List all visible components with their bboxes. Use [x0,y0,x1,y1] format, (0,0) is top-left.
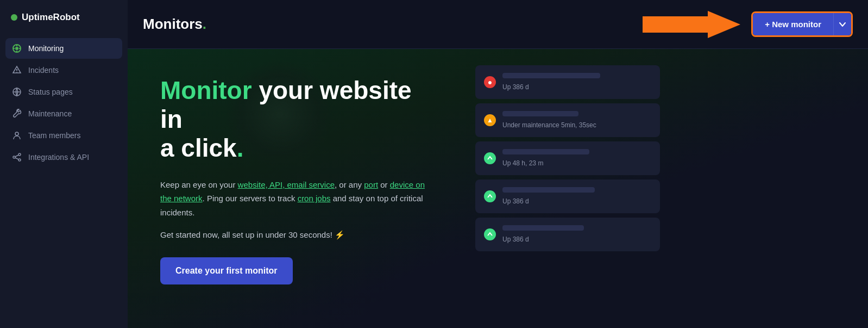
logo-text: UptimeRobot [22,12,80,23]
monitors-preview-panel: ● Up 386 d ▲ Under maintenance 5min, 35s… [464,49,671,328]
status-indicator-up-partial [484,152,496,164]
monitor-info: Under maintenance 5min, 35sec [502,111,651,129]
maintenance-icon [12,109,22,119]
svg-point-11 [13,156,15,158]
sidebar-nav: Monitoring Incidents Status [0,38,128,168]
sidebar-item-status-pages-label: Status pages [28,88,73,96]
monitor-bar [502,187,595,193]
monitor-info: Up 48 h, 23 m [502,149,651,168]
sidebar-item-maintenance[interactable]: Maintenance [5,103,122,124]
port-link[interactable]: port [364,180,378,189]
status-indicator-up [484,190,496,202]
monitor-bar [502,225,584,231]
monitor-info: Up 386 d [502,225,651,244]
monitor-item: ● Up 386 d [475,65,660,99]
team-members-icon [12,131,22,140]
integrations-icon [12,152,22,162]
monitor-status-text: Up 386 d [502,83,529,91]
header-right: + New monitor [643,8,853,41]
orange-arrow-icon [643,8,740,41]
monitor-status-text: Up 386 d [502,197,529,205]
monitor-bar [502,111,578,116]
sidebar: UptimeRobot Monitoring [0,0,128,328]
monitor-status-text: Up 386 d [502,236,529,243]
monitor-item: ▲ Under maintenance 5min, 35sec [475,103,660,137]
header: Monitors. + New monitor [128,0,868,49]
incidents-icon [12,65,22,75]
website-api-link[interactable]: website, API, email service [238,180,335,189]
svg-point-1 [15,47,18,50]
main-content: Monitors. + New monitor [128,0,868,328]
monitor-item: Up 386 d [475,180,660,213]
svg-marker-16 [643,11,740,38]
monitoring-icon [12,44,22,53]
chevron-down-icon [839,22,846,27]
status-indicator-maintenance: ▲ [484,114,496,126]
hero-get-started: Get started now, all set up in under 30 … [160,230,432,240]
status-indicator-up [484,228,496,240]
new-monitor-button[interactable]: + New monitor [753,13,833,35]
chevron-up-icon [487,193,493,200]
monitor-bar [502,73,600,78]
svg-point-12 [18,153,21,156]
monitor-item: Up 48 h, 23 m [475,141,660,175]
status-pages-icon [12,87,22,97]
sidebar-item-status-pages[interactable]: Status pages [5,82,122,102]
svg-line-15 [15,158,18,159]
create-first-monitor-button[interactable]: Create your first monitor [160,257,293,284]
sidebar-item-incidents-label: Incidents [28,66,59,75]
svg-point-13 [18,159,21,161]
sidebar-item-team-members[interactable]: Team members [5,125,122,146]
hero-title-dot: . [237,134,244,162]
sidebar-item-team-members-label: Team members [28,131,80,140]
svg-line-14 [15,155,18,157]
sidebar-item-integrations-api[interactable]: Integrations & API [5,147,122,168]
new-monitor-dropdown-button[interactable] [833,13,851,35]
monitor-status-text: Under maintenance 5min, 35sec [502,121,596,129]
monitor-info: Up 386 d [502,73,651,91]
svg-point-7 [16,72,17,73]
hero-description: Keep an eye on your website, API, email … [160,178,432,220]
hero-title: Monitor your website ina click. [160,76,432,163]
hero-panel: Monitor your website ina click. Keep an … [128,49,464,328]
monitor-info: Up 386 d [502,187,651,206]
sidebar-item-incidents[interactable]: Incidents [5,60,122,81]
sidebar-item-integrations-api-label: Integrations & API [28,153,89,162]
new-monitor-wrapper: + New monitor [751,11,853,37]
svg-point-10 [15,132,18,135]
logo-dot [11,14,17,21]
chevron-up-icon [487,231,493,238]
monitor-item: Up 386 d [475,218,660,251]
cron-jobs-link[interactable]: cron jobs [298,194,331,203]
sidebar-item-monitoring[interactable]: Monitoring [5,38,122,59]
content-area: Monitor your website ina click. Keep an … [128,49,868,328]
monitor-status-text: Up 48 h, 23 m [502,159,543,167]
arrow-annotation [643,8,740,41]
sidebar-item-maintenance-label: Maintenance [28,109,72,118]
sidebar-item-monitoring-label: Monitoring [28,44,64,53]
page-title: Monitors. [143,16,206,33]
monitor-bar [502,149,589,154]
hero-title-green: Monitor [160,76,252,104]
chevron-up-icon [487,155,493,162]
logo: UptimeRobot [0,0,128,38]
status-indicator-down: ● [484,76,496,88]
